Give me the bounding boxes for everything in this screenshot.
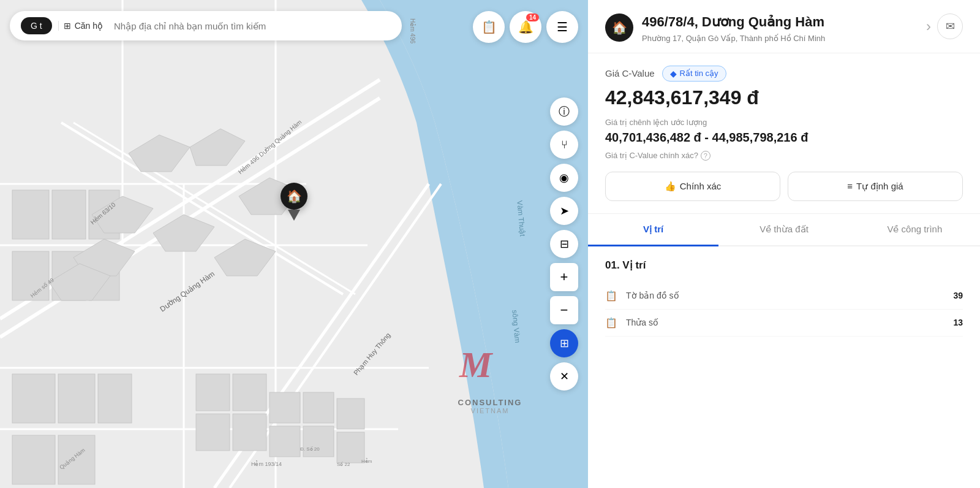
map-svg: Dường Quảng Hàm Phạm Huy Thông Hẻm 63/10… (0, 0, 588, 488)
price-main: 42,843,617,349 đ (605, 86, 963, 109)
pin-icon: 🏠 (281, 183, 307, 210)
zoom-in-button[interactable]: + (550, 263, 578, 291)
svg-rect-20 (12, 374, 55, 423)
price-label: Giá C-Value (605, 68, 655, 78)
pin-tail (288, 210, 300, 221)
watermark: M CONSULTING VIETNAM (453, 346, 527, 414)
svg-rect-39 (270, 426, 300, 457)
chinh-xac-button[interactable]: 👍 Chính xác (605, 172, 780, 201)
price-accuracy-row: Giá trị C-Value chính xác? ? (605, 151, 963, 161)
sliders-icon: ≡ (847, 181, 853, 191)
price-section: Giá C-Value ◆ Rất tin cậy 42,843,617,349… (588, 53, 980, 214)
info-row-thua-so: 📋 Thửa số 13 (605, 310, 963, 337)
to-ban-do-value: 39 (953, 291, 963, 300)
svg-rect-21 (58, 374, 95, 423)
filter-button[interactable]: ⑂ (550, 131, 578, 159)
document-row-icon: 📋 (605, 290, 619, 302)
measure-icon: ⊟ (560, 237, 569, 251)
property-sub-address: Phường 17, Quận Gò Vấp, Thành phố Hồ Chí… (642, 34, 963, 43)
tu-dinh-gia-button[interactable]: ≡ Tự định giá (788, 172, 963, 201)
property-info: 496/78/4, Dương Quảng Hàm Phường 17, Quậ… (642, 13, 963, 43)
search-bar[interactable]: G t ⊞ Căn hộ (10, 11, 402, 40)
svg-text:Hẻm 193/14: Hẻm 193/14 (251, 460, 282, 467)
to-ban-do-label: Tờ bản đồ số (626, 291, 946, 300)
diamond-icon: ◆ (670, 69, 677, 78)
svg-rect-22 (98, 374, 132, 423)
price-label-row: Giá C-Value ◆ Rất tin cậy (605, 66, 963, 82)
svg-text:Hẻm: Hẻm (361, 458, 372, 464)
navigate-icon: ➤ (560, 204, 569, 218)
price-range-label: Giá trị chênh lệch ước lượng (605, 118, 963, 127)
mail-icon: ✉ (946, 20, 955, 33)
building-icon: ⊞ (64, 21, 71, 31)
property-home-icon: 🏠 (605, 13, 633, 42)
price-range: 40,701,436,482 đ - 44,985,798,216 đ (605, 131, 963, 145)
tab-ve-cong-trinh[interactable]: Về công trình (850, 214, 980, 246)
content-section: 01. Vị trí 📋 Tờ bản đồ số 39 📋 Thửa số 1… (588, 246, 980, 349)
property-address: 496/78/4, Dương Quảng Hàm (642, 13, 963, 31)
help-icon[interactable]: ? (701, 151, 710, 161)
cross-button[interactable]: ✕ (550, 362, 578, 391)
search-input[interactable] (114, 21, 391, 31)
thua-so-value: 13 (953, 318, 963, 327)
menu-icon: ☰ (557, 20, 568, 34)
menu-button[interactable]: ☰ (546, 11, 578, 43)
info-button[interactable]: ⓘ (550, 97, 578, 126)
svg-rect-41 (337, 398, 364, 429)
watermark-consulting: CONSULTING (453, 398, 527, 407)
thumbsup-icon: 👍 (665, 181, 676, 192)
svg-rect-24 (58, 435, 95, 484)
watermark-vietnam: VIETNAM (453, 407, 527, 414)
user-button[interactable]: G t (21, 17, 52, 34)
side-controls: ⓘ ⑂ ◉ ➤ ⊟ + − ⊞ ✕ (550, 97, 578, 391)
bell-icon: 🔔 (518, 20, 533, 34)
document-row-icon-2: 📋 (605, 317, 619, 329)
svg-rect-34 (233, 374, 266, 411)
svg-text:M: M (459, 346, 494, 385)
mail-button[interactable]: ✉ (937, 13, 963, 39)
map-pin: 🏠 (281, 183, 307, 221)
plus-icon: + (560, 269, 568, 285)
svg-text:Hẻm 496: Hẻm 496 (409, 18, 416, 44)
map-view-button[interactable]: ⊞ (550, 329, 578, 357)
tab-vi-tri[interactable]: Vị trí (588, 214, 718, 246)
svg-rect-35 (196, 414, 230, 451)
navigate-button[interactable]: ➤ (550, 197, 578, 225)
info-icon: ⓘ (559, 104, 570, 119)
svg-rect-38 (303, 392, 334, 423)
layers-button[interactable]: ◉ (550, 164, 578, 192)
svg-rect-14 (12, 190, 49, 239)
top-controls: 📋 🔔 14 ☰ (473, 11, 578, 43)
svg-rect-37 (270, 392, 300, 423)
svg-text:Đ. Số 20: Đ. Số 20 (300, 446, 320, 452)
right-panel: 🏠 496/78/4, Dương Quảng Hàm Phường 17, Q… (588, 0, 980, 488)
notification-badge: 14 (526, 13, 539, 21)
trust-badge: ◆ Rất tin cậy (662, 66, 726, 82)
filter-icon: ⑂ (561, 139, 568, 151)
thua-so-label: Thửa số (626, 318, 946, 327)
map-icon: ⊞ (560, 337, 569, 350)
tabs-row: Vị trí Về thừa đất Về công trình (588, 214, 980, 246)
minus-icon: − (560, 302, 568, 318)
trust-label: Rất tin cậy (680, 69, 718, 78)
map-container[interactable]: Dường Quảng Hàm Phạm Huy Thông Hẻm 63/10… (0, 0, 588, 488)
action-buttons: 👍 Chính xác ≡ Tự định giá (605, 172, 963, 201)
svg-rect-40 (303, 426, 334, 457)
zoom-out-button[interactable]: − (550, 296, 578, 324)
svg-rect-23 (12, 435, 55, 484)
tab-ve-thua-dat[interactable]: Về thừa đất (718, 214, 849, 246)
property-type-button[interactable]: ⊞ Căn hộ (58, 21, 108, 31)
svg-rect-36 (233, 414, 266, 451)
document-icon: 📋 (481, 20, 497, 34)
measure-button[interactable]: ⊟ (550, 230, 578, 258)
property-header: 🏠 496/78/4, Dương Quảng Hàm Phường 17, Q… (588, 0, 980, 53)
cross-icon: ✕ (560, 370, 569, 383)
notification-button[interactable]: 🔔 14 (510, 11, 541, 43)
accuracy-label: Giá trị C-Value chính xác? (605, 151, 698, 160)
svg-text:Số 22: Số 22 (337, 462, 350, 467)
layers-icon: ◉ (559, 171, 569, 185)
section-title: 01. Vị trí (605, 259, 963, 272)
chevron-right-button[interactable]: › (926, 18, 931, 35)
svg-rect-42 (337, 432, 364, 463)
document-button[interactable]: 📋 (473, 11, 505, 43)
